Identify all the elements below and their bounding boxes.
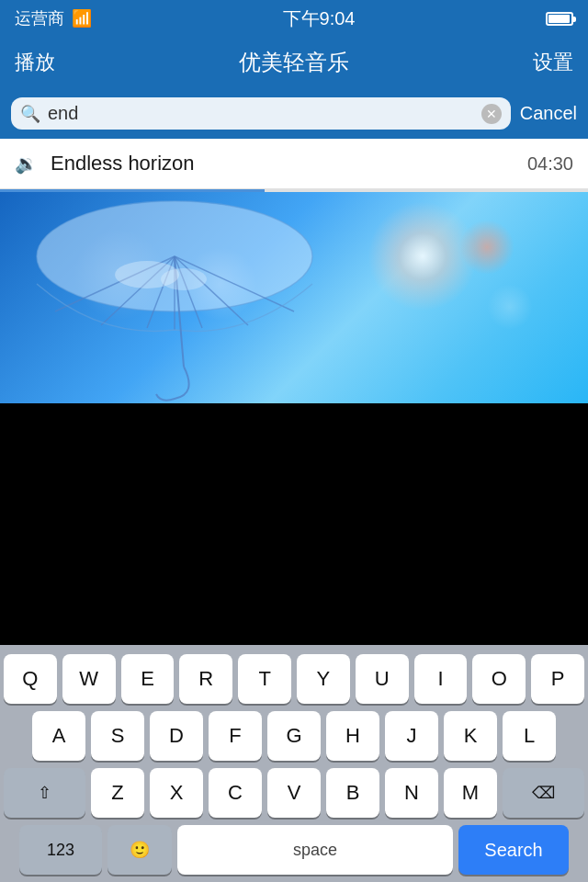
search-input-wrap[interactable]: 🔍 end ✕ xyxy=(11,97,511,130)
key-u[interactable]: U xyxy=(356,654,409,704)
key-q[interactable]: Q xyxy=(4,654,57,704)
backspace-key[interactable]: ⌫ xyxy=(503,768,584,818)
nav-title: 优美轻音乐 xyxy=(239,48,349,77)
key-c[interactable]: C xyxy=(209,768,262,818)
svg-point-10 xyxy=(161,268,207,290)
settings-button[interactable]: 设置 xyxy=(533,49,573,76)
status-bar: 运营商 📶 下午9:04 xyxy=(0,0,588,37)
carrier-label: 运营商 xyxy=(15,7,64,29)
nav-bar: 播放 优美轻音乐 设置 xyxy=(0,37,588,88)
keyboard-row-1: Q W E R T Y U I O P xyxy=(4,654,584,704)
space-key[interactable]: space xyxy=(177,825,453,875)
lens-flare-2 xyxy=(459,220,514,275)
clear-button[interactable]: ✕ xyxy=(481,104,502,124)
search-input[interactable]: end xyxy=(48,103,474,124)
key-r[interactable]: R xyxy=(179,654,232,704)
speaker-icon: 🔉 xyxy=(15,153,38,175)
battery-icon xyxy=(546,12,573,26)
song-duration: 04:30 xyxy=(527,153,573,175)
key-t[interactable]: T xyxy=(238,654,291,704)
key-v[interactable]: V xyxy=(267,768,321,818)
album-art xyxy=(0,192,588,403)
key-l[interactable]: L xyxy=(503,711,556,761)
key-n[interactable]: N xyxy=(385,768,438,818)
keyboard: Q W E R T Y U I O P A S D F G H J K L ⇧ … xyxy=(0,645,588,882)
bokeh-circle-2 xyxy=(487,284,533,330)
status-right xyxy=(546,12,573,26)
search-result-item[interactable]: 🔉 Endless horizon 04:30 xyxy=(0,139,588,189)
key-m[interactable]: M xyxy=(444,768,497,818)
key-g[interactable]: G xyxy=(267,711,321,761)
keyboard-row-2: A S D F G H J K L xyxy=(4,711,584,761)
key-y[interactable]: Y xyxy=(297,654,350,704)
wifi-icon: 📶 xyxy=(72,8,92,28)
numbers-key[interactable]: 123 xyxy=(19,825,102,875)
search-icon: 🔍 xyxy=(20,104,40,124)
status-left: 运营商 📶 xyxy=(15,7,92,29)
umbrella-image xyxy=(28,192,322,403)
key-x[interactable]: X xyxy=(150,768,203,818)
key-o[interactable]: O xyxy=(472,654,526,704)
key-j[interactable]: J xyxy=(385,711,438,761)
key-w[interactable]: W xyxy=(62,654,116,704)
status-time: 下午9:04 xyxy=(283,6,356,31)
keyboard-row-3: ⇧ Z X C V B N M ⌫ xyxy=(4,768,584,818)
key-h[interactable]: H xyxy=(326,711,379,761)
search-bar: 🔍 end ✕ Cancel xyxy=(0,88,588,139)
shift-key[interactable]: ⇧ xyxy=(4,768,85,818)
play-button[interactable]: 播放 xyxy=(15,49,55,76)
song-title: Endless horizon xyxy=(51,152,527,175)
key-z[interactable]: Z xyxy=(91,768,144,818)
keyboard-row-4: 123 🙂 space Search xyxy=(4,825,584,875)
search-key[interactable]: Search xyxy=(458,825,569,875)
key-b[interactable]: B xyxy=(326,768,379,818)
key-a[interactable]: A xyxy=(32,711,85,761)
key-i[interactable]: I xyxy=(414,654,468,704)
key-k[interactable]: K xyxy=(444,711,497,761)
key-d[interactable]: D xyxy=(150,711,203,761)
emoji-key[interactable]: 🙂 xyxy=(107,825,172,875)
key-f[interactable]: F xyxy=(209,711,262,761)
cancel-button[interactable]: Cancel xyxy=(520,103,577,124)
key-e[interactable]: E xyxy=(121,654,175,704)
key-s[interactable]: S xyxy=(91,711,144,761)
key-p[interactable]: P xyxy=(531,654,584,704)
